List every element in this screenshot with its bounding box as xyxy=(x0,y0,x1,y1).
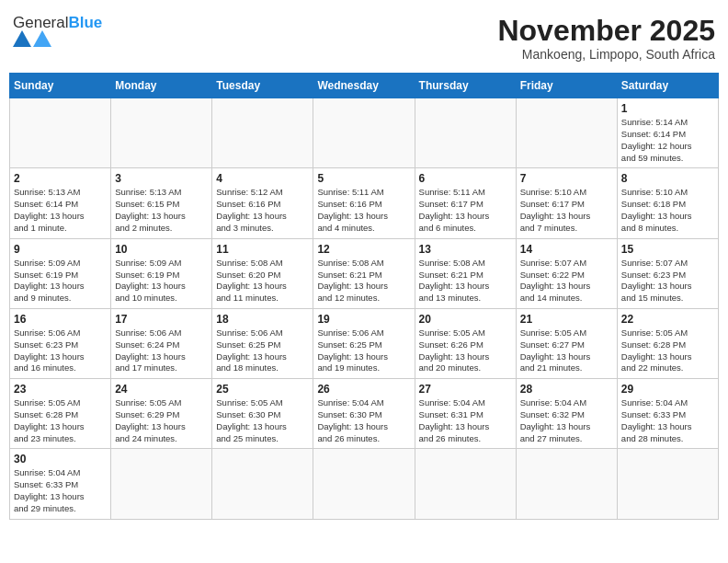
calendar-cell xyxy=(617,449,718,519)
calendar-cell: 23Sunrise: 5:05 AM Sunset: 6:28 PM Dayli… xyxy=(10,379,111,449)
day-info: Sunrise: 5:13 AM Sunset: 6:15 PM Dayligh… xyxy=(115,187,208,234)
day-number: 7 xyxy=(520,172,613,185)
calendar-cell xyxy=(212,98,313,168)
day-number: 12 xyxy=(317,243,410,256)
day-info: Sunrise: 5:04 AM Sunset: 6:30 PM Dayligh… xyxy=(317,397,410,444)
day-info: Sunrise: 5:08 AM Sunset: 6:20 PM Dayligh… xyxy=(216,258,309,304)
day-info: Sunrise: 5:04 AM Sunset: 6:31 PM Dayligh… xyxy=(419,397,512,444)
calendar-cell: 21Sunrise: 5:05 AM Sunset: 6:27 PM Dayli… xyxy=(516,308,617,378)
day-info: Sunrise: 5:05 AM Sunset: 6:26 PM Dayligh… xyxy=(419,327,512,374)
day-number: 22 xyxy=(621,313,714,326)
day-number: 23 xyxy=(14,383,107,396)
calendar-cell: 27Sunrise: 5:04 AM Sunset: 6:31 PM Dayli… xyxy=(415,379,516,449)
day-info: Sunrise: 5:06 AM Sunset: 6:24 PM Dayligh… xyxy=(115,327,208,374)
day-info: Sunrise: 5:08 AM Sunset: 6:21 PM Dayligh… xyxy=(419,258,512,304)
day-info: Sunrise: 5:05 AM Sunset: 6:27 PM Dayligh… xyxy=(520,327,613,374)
header-section: GeneralBlue November 2025 Mankoeng, Limp… xyxy=(9,9,719,67)
calendar-cell: 11Sunrise: 5:08 AM Sunset: 6:20 PM Dayli… xyxy=(212,238,313,308)
day-number: 29 xyxy=(621,383,714,396)
calendar-cell xyxy=(111,98,212,168)
day-number: 17 xyxy=(115,313,208,326)
day-number: 13 xyxy=(419,243,512,256)
calendar-cell: 8Sunrise: 5:10 AM Sunset: 6:18 PM Daylig… xyxy=(617,168,718,238)
day-number: 9 xyxy=(14,243,107,256)
day-number: 2 xyxy=(14,172,107,185)
location-title: Mankoeng, Limpopo, South Africa xyxy=(497,47,715,62)
day-info: Sunrise: 5:09 AM Sunset: 6:19 PM Dayligh… xyxy=(14,258,107,304)
day-info: Sunrise: 5:14 AM Sunset: 6:14 PM Dayligh… xyxy=(621,117,714,164)
day-info: Sunrise: 5:05 AM Sunset: 6:28 PM Dayligh… xyxy=(14,397,107,444)
week-row-5: 30Sunrise: 5:04 AM Sunset: 6:33 PM Dayli… xyxy=(10,449,719,519)
calendar-cell: 6Sunrise: 5:11 AM Sunset: 6:17 PM Daylig… xyxy=(415,168,516,238)
day-number: 6 xyxy=(419,172,512,185)
calendar-cell: 26Sunrise: 5:04 AM Sunset: 6:30 PM Dayli… xyxy=(313,379,415,449)
calendar-cell xyxy=(212,449,313,519)
day-number: 30 xyxy=(14,453,107,465)
weekday-header-wednesday: Wednesday xyxy=(313,74,415,98)
day-number: 16 xyxy=(14,313,107,326)
calendar-cell xyxy=(10,98,111,168)
calendar-cell: 24Sunrise: 5:05 AM Sunset: 6:29 PM Dayli… xyxy=(111,379,212,449)
day-number: 8 xyxy=(621,172,714,185)
day-number: 5 xyxy=(317,172,410,185)
day-info: Sunrise: 5:07 AM Sunset: 6:23 PM Dayligh… xyxy=(621,258,714,304)
day-info: Sunrise: 5:06 AM Sunset: 6:23 PM Dayligh… xyxy=(14,327,107,374)
week-row-2: 9Sunrise: 5:09 AM Sunset: 6:19 PM Daylig… xyxy=(10,238,719,308)
day-number: 10 xyxy=(115,243,208,256)
calendar-cell xyxy=(415,449,516,519)
day-number: 24 xyxy=(115,383,208,396)
day-info: Sunrise: 5:04 AM Sunset: 6:33 PM Dayligh… xyxy=(14,467,107,514)
weekday-header-friday: Friday xyxy=(516,74,617,98)
calendar-cell: 15Sunrise: 5:07 AM Sunset: 6:23 PM Dayli… xyxy=(617,238,718,308)
weekday-header-thursday: Thursday xyxy=(415,74,516,98)
calendar-cell: 3Sunrise: 5:13 AM Sunset: 6:15 PM Daylig… xyxy=(111,168,212,238)
day-number: 27 xyxy=(419,383,512,396)
day-number: 28 xyxy=(520,383,613,396)
day-number: 14 xyxy=(520,243,613,256)
day-info: Sunrise: 5:05 AM Sunset: 6:30 PM Dayligh… xyxy=(216,397,309,444)
calendar-cell xyxy=(313,449,415,519)
calendar-cell: 1Sunrise: 5:14 AM Sunset: 6:14 PM Daylig… xyxy=(617,98,718,168)
logo: GeneralBlue xyxy=(13,15,102,47)
calendar-cell: 18Sunrise: 5:06 AM Sunset: 6:25 PM Dayli… xyxy=(212,308,313,378)
calendar-cell: 28Sunrise: 5:04 AM Sunset: 6:32 PM Dayli… xyxy=(516,379,617,449)
day-number: 4 xyxy=(216,172,309,185)
day-info: Sunrise: 5:06 AM Sunset: 6:25 PM Dayligh… xyxy=(317,327,410,374)
calendar-cell: 29Sunrise: 5:04 AM Sunset: 6:33 PM Dayli… xyxy=(617,379,718,449)
day-info: Sunrise: 5:05 AM Sunset: 6:29 PM Dayligh… xyxy=(115,397,208,444)
calendar-cell: 13Sunrise: 5:08 AM Sunset: 6:21 PM Dayli… xyxy=(415,238,516,308)
day-info: Sunrise: 5:10 AM Sunset: 6:18 PM Dayligh… xyxy=(621,187,714,234)
day-number: 15 xyxy=(621,243,714,256)
calendar-cell xyxy=(415,98,516,168)
day-info: Sunrise: 5:05 AM Sunset: 6:28 PM Dayligh… xyxy=(621,327,714,374)
calendar-cell: 5Sunrise: 5:11 AM Sunset: 6:16 PM Daylig… xyxy=(313,168,415,238)
calendar-cell: 22Sunrise: 5:05 AM Sunset: 6:28 PM Dayli… xyxy=(617,308,718,378)
day-info: Sunrise: 5:04 AM Sunset: 6:32 PM Dayligh… xyxy=(520,397,613,444)
calendar-cell xyxy=(516,98,617,168)
calendar-cell: 17Sunrise: 5:06 AM Sunset: 6:24 PM Dayli… xyxy=(111,308,212,378)
title-section: November 2025 Mankoeng, Limpopo, South A… xyxy=(497,15,715,62)
day-info: Sunrise: 5:04 AM Sunset: 6:33 PM Dayligh… xyxy=(621,397,714,444)
calendar-cell: 9Sunrise: 5:09 AM Sunset: 6:19 PM Daylig… xyxy=(10,238,111,308)
calendar-cell: 7Sunrise: 5:10 AM Sunset: 6:17 PM Daylig… xyxy=(516,168,617,238)
calendar-cell: 16Sunrise: 5:06 AM Sunset: 6:23 PM Dayli… xyxy=(10,308,111,378)
day-info: Sunrise: 5:11 AM Sunset: 6:17 PM Dayligh… xyxy=(419,187,512,234)
weekday-header-sunday: Sunday xyxy=(10,74,111,98)
calendar-cell: 19Sunrise: 5:06 AM Sunset: 6:25 PM Dayli… xyxy=(313,308,415,378)
day-info: Sunrise: 5:07 AM Sunset: 6:22 PM Dayligh… xyxy=(520,258,613,304)
calendar-cell: 10Sunrise: 5:09 AM Sunset: 6:19 PM Dayli… xyxy=(111,238,212,308)
week-row-1: 2Sunrise: 5:13 AM Sunset: 6:14 PM Daylig… xyxy=(10,168,719,238)
calendar-cell: 14Sunrise: 5:07 AM Sunset: 6:22 PM Dayli… xyxy=(516,238,617,308)
day-number: 25 xyxy=(216,383,309,396)
day-info: Sunrise: 5:13 AM Sunset: 6:14 PM Dayligh… xyxy=(14,187,107,234)
calendar-cell xyxy=(516,449,617,519)
week-row-4: 23Sunrise: 5:05 AM Sunset: 6:28 PM Dayli… xyxy=(10,379,719,449)
calendar-cell xyxy=(111,449,212,519)
calendar-cell: 12Sunrise: 5:08 AM Sunset: 6:21 PM Dayli… xyxy=(313,238,415,308)
calendar-cell: 20Sunrise: 5:05 AM Sunset: 6:26 PM Dayli… xyxy=(415,308,516,378)
day-info: Sunrise: 5:12 AM Sunset: 6:16 PM Dayligh… xyxy=(216,187,309,234)
weekday-header-saturday: Saturday xyxy=(617,74,718,98)
day-number: 20 xyxy=(419,313,512,326)
calendar-cell xyxy=(313,98,415,168)
day-number: 21 xyxy=(520,313,613,326)
